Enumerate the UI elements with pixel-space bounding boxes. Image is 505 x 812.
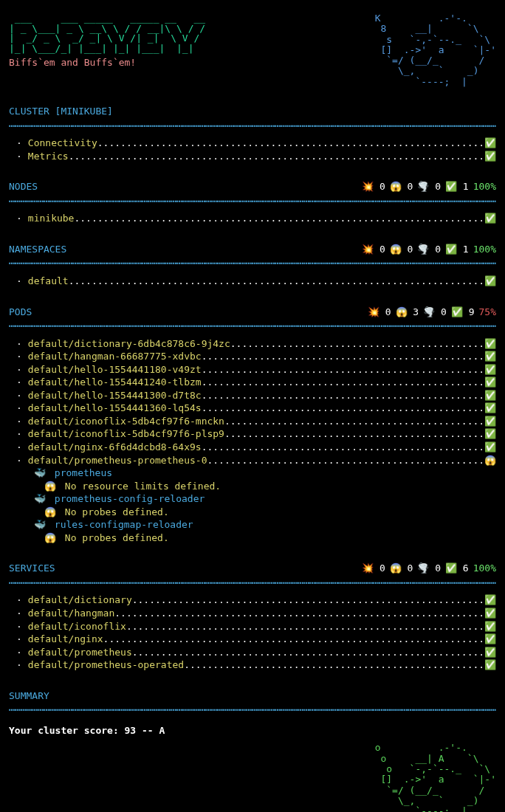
bullet: · [9, 607, 28, 620]
section-namespaces: NAMESPACES 💥 0 😱 0 🌪️ 0 ✅ 1 100% ┅┅┅┅┅┅┅… [9, 243, 496, 288]
list-item: · default/prometheus-prometheus-0 ......… [9, 454, 496, 467]
list-item: · default/prometheus-operated ..........… [9, 658, 496, 672]
item-name: minikube [28, 212, 75, 225]
divider: ┅┅┅┅┅┅┅┅┅┅┅┅┅┅┅┅┅┅┅┅┅┅┅┅┅┅┅┅┅┅┅┅┅┅┅┅┅┅┅┅… [9, 120, 496, 133]
bullet: · [9, 389, 28, 402]
heading-cluster: CLUSTER [MINIKUBE] [9, 105, 113, 118]
dots: ........................................… [74, 212, 483, 225]
item-status: ✅ [483, 363, 496, 376]
grade-ascii-wrap: o .-'-. o __| A `\ o `-,-`--._ `\ [] .->… [9, 737, 496, 812]
bullet: · [9, 402, 28, 415]
section-stats: 💥 0 😱 3 🌪️ 0 ✅ 9 75% [368, 306, 496, 319]
whale-icon: 🐳 [34, 519, 46, 530]
bullet: · [9, 427, 28, 441]
item-name: default/hello-1554441360-lq54s [28, 402, 202, 415]
bullet: · [9, 633, 28, 646]
dots: ........................................… [202, 376, 483, 389]
list-item: · Metrics ..............................… [9, 150, 496, 163]
list-item: · default/dictionary ...................… [9, 593, 496, 607]
section-services: SERVICES 💥 0 😱 0 🌪️ 0 ✅ 6 100% ┅┅┅┅┅┅┅┅┅… [9, 562, 496, 671]
whale-icon: 🐳 [34, 493, 46, 504]
item-status: ✅ [483, 350, 496, 363]
item-status: ✅ [483, 593, 496, 607]
section-pods: PODS 💥 0 😱 3 🌪️ 0 ✅ 9 75% ┅┅┅┅┅┅┅┅┅┅┅┅┅┅… [9, 306, 496, 545]
list-item: · default/dictionary-6db4c878c6-9j4zc ..… [9, 337, 496, 351]
dots: ........................................… [69, 275, 483, 288]
bullet: · [9, 150, 28, 163]
list-item: · default/hangman ......................… [9, 607, 496, 620]
bullet: · [9, 646, 28, 659]
tagline: Biffs`em and Buffs`em! [9, 56, 205, 69]
section-stats: 💥 0 😱 0 🌪️ 0 ✅ 6 100% [362, 562, 496, 575]
dots: ........................................… [103, 633, 483, 646]
item-status: ✅ [483, 402, 496, 415]
dots: ........................................… [202, 389, 483, 402]
item-status: 😱 [483, 454, 496, 467]
bullet: · [9, 212, 28, 225]
section-stats: 💥 0 😱 0 🌪️ 0 ✅ 1 100% [362, 243, 496, 256]
item-name: default/dictionary-6db4c878c6-9j4zc [28, 337, 230, 351]
dots: ........................................… [126, 620, 483, 633]
item-status: ✅ [483, 389, 496, 402]
item-name: default/dictionary [28, 593, 132, 607]
item-status: ✅ [483, 658, 496, 672]
item-status: ✅ [483, 415, 496, 428]
list-item: · default/nginx ........................… [9, 633, 496, 646]
popeye-ascii: ___ ___ _____ _____ __ __ | _ \___| _ \ … [9, 13, 205, 54]
item-status: ✅ [483, 275, 496, 288]
shock-icon: 😱 [44, 481, 56, 492]
shock-icon: 😱 [44, 532, 56, 543]
item-status: ✅ [483, 633, 496, 646]
bullet: · [9, 415, 28, 428]
bullet: · [9, 350, 28, 363]
section-stats: 💥 0 😱 0 🌪️ 0 ✅ 1 100% [362, 180, 496, 193]
item-name: default/hello-1554441180-v49zt [28, 363, 202, 376]
item-name: default/prometheus-operated [28, 658, 184, 672]
dots: ........................................… [202, 350, 483, 363]
bullet: · [9, 441, 28, 454]
bullet: · [9, 376, 28, 389]
bullet: · [9, 363, 28, 376]
dots: ........................................… [224, 415, 483, 428]
dots: ........................................… [202, 402, 483, 415]
list-item: · default/iconoflix ....................… [9, 620, 496, 633]
item-status: ✅ [483, 427, 496, 441]
logo-header: ___ ___ _____ _____ __ __ | _ \___| _ \ … [9, 13, 496, 87]
k8s-ascii: K .-'-. 8 __| `\ s `-,-`--._ `\ [] .->' … [317, 13, 496, 87]
bullet: · [9, 593, 28, 607]
item-name: default/nginx-6f6d4dcbd8-64x9s [28, 441, 202, 454]
bullet: · [9, 620, 28, 633]
section-cluster: CLUSTER [MINIKUBE] ┅┅┅┅┅┅┅┅┅┅┅┅┅┅┅┅┅┅┅┅┅… [9, 105, 496, 162]
item-name: default/prometheus [28, 646, 132, 659]
bullet: · [9, 658, 28, 672]
item-status: ✅ [483, 607, 496, 620]
divider: ┅┅┅┅┅┅┅┅┅┅┅┅┅┅┅┅┅┅┅┅┅┅┅┅┅┅┅┅┅┅┅┅┅┅┅┅┅┅┅┅… [9, 703, 496, 717]
heading-pods: PODS [9, 306, 32, 319]
item-name: default/hangman [28, 607, 114, 620]
divider: ┅┅┅┅┅┅┅┅┅┅┅┅┅┅┅┅┅┅┅┅┅┅┅┅┅┅┅┅┅┅┅┅┅┅┅┅┅┅┅┅… [9, 320, 496, 333]
list-pods: · default/dictionary-6db4c878c6-9j4zc ..… [9, 337, 496, 545]
dots: ........................................… [184, 658, 483, 672]
item-status: ✅ [483, 620, 496, 633]
item-status: ✅ [483, 212, 496, 225]
item-name: default/iconoflix [28, 620, 126, 633]
list-services: · default/dictionary ...................… [9, 593, 496, 671]
list-item: · default/hello-1554441360-lq54s .......… [9, 402, 496, 415]
grade-ascii: o .-'-. o __| A `\ o `-,-`--._ `\ [] .->… [190, 743, 496, 812]
container-label: 🐳 rules-configmap-reloader [9, 518, 496, 531]
dots: ........................................… [230, 337, 483, 351]
item-name: default/nginx [28, 633, 103, 646]
list-item: · default/iconoflix-5db4cf97f6-plsp9 ...… [9, 427, 496, 441]
item-status: ✅ [483, 376, 496, 389]
dots: ........................................… [224, 427, 483, 441]
dots: ........................................… [207, 454, 483, 467]
item-status: ✅ [483, 337, 496, 351]
list-item: · default/iconoflix-5db4cf97f6-mnckn ...… [9, 415, 496, 428]
bullet: · [9, 454, 28, 467]
dots: ........................................… [132, 593, 483, 607]
list-item: · Connectivity .........................… [9, 137, 496, 150]
item-name: default [28, 275, 69, 288]
summary-score: Your cluster score: 93 -- A [9, 724, 496, 737]
dots: ........................................… [202, 363, 483, 376]
k8s-ascii-art: K .-'-. 8 __| `\ s `-,-`--._ `\ [] .->' … [317, 13, 496, 87]
